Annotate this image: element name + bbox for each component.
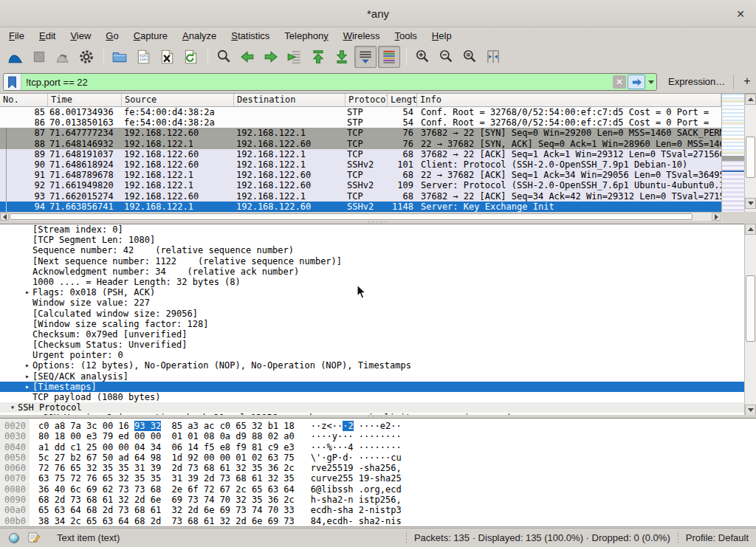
expression-button[interactable]: Expression… — [668, 76, 725, 87]
resize-columns-icon[interactable] — [482, 46, 504, 68]
scroll-right-icon[interactable] — [712, 213, 721, 221]
zoom-original-icon[interactable] — [458, 46, 481, 68]
menu-item[interactable]: Analyze — [175, 29, 224, 43]
hex-row[interactable]: 0020 c0 a8 7a 3c 00 16 93 32 85 a3 ac c0… — [0, 421, 756, 431]
hex-row[interactable]: 0090 68 2d 73 68 61 32 2d 6e 69 73 74 70… — [0, 495, 756, 505]
packet-row[interactable]: 86 70.013850163 fe:54:00:d4:38:2a STP 54… — [0, 117, 721, 128]
go-to-bottom-icon[interactable] — [331, 46, 353, 68]
hex-row[interactable]: 0060 72 76 65 32 35 35 31 39 2d 73 68 61… — [0, 463, 756, 473]
expander-icon[interactable] — [22, 235, 32, 245]
detail-line[interactable]: Checksum: 0x79ed [unverified] — [0, 329, 756, 340]
capture-options-icon[interactable] — [75, 46, 97, 68]
detail-line[interactable]: [Window size scaling factor: 128] — [0, 319, 756, 329]
expander-icon[interactable] — [22, 329, 32, 340]
detail-line[interactable]: TCP payload (1080 bytes) — [0, 392, 756, 402]
scrollbar-thumb[interactable] — [746, 137, 755, 178]
detail-line[interactable]: Window size value: 227 — [0, 297, 756, 308]
restart-capture-icon[interactable] — [52, 46, 74, 68]
expander-icon[interactable] — [22, 266, 32, 277]
reload-file-icon[interactable] — [179, 46, 202, 68]
expander-icon[interactable] — [22, 256, 32, 266]
detail-line[interactable]: Acknowledgment number: 34 (relative ack … — [0, 266, 756, 277]
scroll-up-icon[interactable] — [745, 224, 756, 235]
packet-row[interactable]: 85 68.001734936 fe:54:00:d4:38:2a STP 54… — [0, 107, 721, 117]
hex-row[interactable]: 0040 a1 dd c1 25 00 00 04 34 06 14 f5 e8… — [0, 442, 756, 453]
scrollbar-thumb[interactable] — [746, 275, 755, 342]
add-filter-button[interactable]: + — [740, 72, 754, 90]
start-capture-icon[interactable] — [4, 46, 27, 68]
menu-item[interactable]: Tools — [388, 29, 425, 43]
menu-item[interactable]: Edit — [32, 29, 63, 43]
column-header[interactable]: No. — [0, 94, 48, 106]
go-to-top-icon[interactable] — [307, 46, 329, 68]
capture-comment-icon[interactable] — [28, 531, 41, 546]
expander-icon[interactable] — [22, 350, 32, 360]
menu-item[interactable]: File — [1, 29, 32, 43]
detail-line[interactable]: [Stream index: 0] — [0, 224, 756, 235]
column-header[interactable]: Protocol — [346, 94, 388, 106]
save-file-icon[interactable]: 01011101 — [132, 46, 154, 68]
display-filter-field[interactable]: ✕ — [3, 73, 657, 91]
menu-item[interactable]: View — [63, 29, 98, 43]
packet-row[interactable]: 93 71.662015274 192.168.122.60 192.168.1… — [0, 191, 721, 202]
menu-item[interactable]: Go — [98, 29, 126, 43]
intelligent-scrollbar-minimap[interactable] — [721, 94, 744, 221]
expert-info-icon[interactable] — [9, 533, 19, 543]
filter-apply-icon[interactable] — [628, 75, 645, 89]
filter-clear-icon[interactable]: ✕ — [613, 75, 626, 89]
expander-icon[interactable] — [22, 277, 32, 287]
find-packet-icon[interactable] — [213, 46, 235, 68]
expander-icon[interactable] — [22, 309, 32, 319]
packet-row[interactable]: 90 71.648618924 192.168.122.60 192.168.1… — [0, 159, 721, 170]
scroll-down-icon[interactable] — [745, 405, 756, 416]
detail-line[interactable]: ▸ Flags: 0x018 (PSH, ACK) — [0, 287, 756, 297]
expander-icon[interactable]: ▸ — [22, 382, 32, 392]
expander-icon[interactable]: ▸ — [22, 371, 32, 382]
expander-icon[interactable]: ▾ — [7, 402, 18, 413]
expander-icon[interactable] — [22, 224, 32, 235]
detail-line[interactable]: ▸ [Timestamps] — [0, 382, 756, 392]
scrollbar-thumb[interactable] — [10, 213, 693, 220]
hex-row[interactable]: 00b0 38 34 2c 65 63 64 68 2d 73 68 61 32… — [0, 516, 756, 526]
scroll-up-icon[interactable] — [745, 94, 756, 105]
packet-row[interactable]: 92 71.661949820 192.168.122.1 192.168.12… — [0, 180, 721, 190]
detail-line[interactable]: ▸ Options: (12 bytes), No-Operation (NOP… — [0, 360, 756, 371]
expander-icon[interactable] — [22, 392, 32, 402]
expander-icon[interactable] — [22, 319, 32, 329]
display-filter-input[interactable] — [21, 74, 613, 90]
open-file-icon[interactable] — [109, 46, 131, 68]
hex-row[interactable]: 0050 5c 27 b2 67 50 ad 64 98 1d 92 00 00… — [0, 453, 756, 463]
hex-row[interactable]: 0030 80 18 00 e3 79 ed 00 00 01 01 08 0a… — [0, 431, 756, 441]
column-header[interactable]: Time — [48, 94, 122, 106]
hex-row[interactable]: 0080 36 40 6c 69 62 73 73 68 2e 6f 72 67… — [0, 484, 756, 495]
filter-bookmark-icon[interactable] — [4, 74, 21, 90]
scroll-down-icon[interactable] — [745, 198, 756, 209]
expander-icon[interactable]: ▸ — [22, 287, 32, 297]
menu-item[interactable]: Help — [425, 29, 459, 43]
menu-item[interactable]: Wireless — [336, 29, 388, 43]
expander-icon[interactable] — [22, 245, 32, 255]
detail-line[interactable]: [Next sequence number: 1122 (relative se… — [0, 256, 756, 266]
detail-line[interactable]: Urgent pointer: 0 — [0, 350, 756, 360]
hex-row[interactable]: 0070 63 75 72 76 65 32 35 35 31 39 2d 73… — [0, 473, 756, 484]
auto-scroll-toggle-icon[interactable] — [354, 46, 377, 68]
colorize-toggle-icon[interactable] — [378, 46, 400, 68]
menu-item[interactable]: Capture — [126, 29, 175, 43]
column-header[interactable]: Destination — [234, 94, 346, 106]
zoom-in-icon[interactable] — [411, 46, 433, 68]
packet-list-hscrollbar[interactable] — [0, 212, 721, 221]
expander-icon[interactable] — [22, 340, 32, 350]
close-file-icon[interactable] — [156, 46, 178, 68]
packet-row[interactable]: 89 71.648191037 192.168.122.60 192.168.1… — [0, 149, 721, 159]
detail-line[interactable]: ▸ [SEQ/ACK analysis] — [0, 371, 756, 382]
go-to-packet-icon[interactable] — [284, 46, 306, 68]
zoom-out-icon[interactable] — [435, 46, 457, 68]
stop-capture-icon[interactable] — [28, 46, 50, 68]
expander-icon[interactable] — [22, 297, 32, 308]
detail-line[interactable]: [Calculated window size: 29056] — [0, 309, 756, 319]
close-icon[interactable]: ✕ — [732, 6, 749, 22]
packet-row[interactable]: 94 71.663856741 192.168.122.1 192.168.12… — [0, 202, 721, 212]
column-header[interactable]: Length — [388, 94, 417, 106]
profile-indicator[interactable]: Profile: Default — [686, 532, 749, 543]
detail-line[interactable]: Sequence number: 42 (relative sequence n… — [0, 245, 756, 255]
